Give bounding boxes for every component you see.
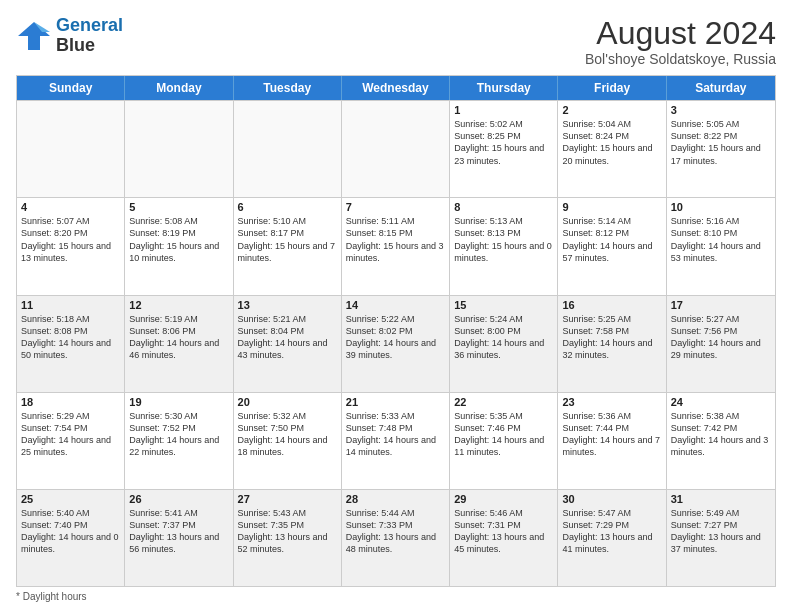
day-info: Sunrise: 5:07 AM Sunset: 8:20 PM Dayligh… bbox=[21, 215, 120, 264]
calendar-cell: 29Sunrise: 5:46 AM Sunset: 7:31 PM Dayli… bbox=[450, 490, 558, 586]
calendar-cell: 30Sunrise: 5:47 AM Sunset: 7:29 PM Dayli… bbox=[558, 490, 666, 586]
calendar-row-4: 18Sunrise: 5:29 AM Sunset: 7:54 PM Dayli… bbox=[17, 392, 775, 489]
day-info: Sunrise: 5:05 AM Sunset: 8:22 PM Dayligh… bbox=[671, 118, 771, 167]
day-info: Sunrise: 5:47 AM Sunset: 7:29 PM Dayligh… bbox=[562, 507, 661, 556]
day-info: Sunrise: 5:46 AM Sunset: 7:31 PM Dayligh… bbox=[454, 507, 553, 556]
logo-line1: General bbox=[56, 15, 123, 35]
day-number: 3 bbox=[671, 104, 771, 116]
day-number: 24 bbox=[671, 396, 771, 408]
header: General Blue August 2024 Bol'shoye Solda… bbox=[16, 16, 776, 67]
day-number: 11 bbox=[21, 299, 120, 311]
weekday-header-friday: Friday bbox=[558, 76, 666, 100]
calendar-cell: 19Sunrise: 5:30 AM Sunset: 7:52 PM Dayli… bbox=[125, 393, 233, 489]
day-info: Sunrise: 5:11 AM Sunset: 8:15 PM Dayligh… bbox=[346, 215, 445, 264]
day-info: Sunrise: 5:33 AM Sunset: 7:48 PM Dayligh… bbox=[346, 410, 445, 459]
day-info: Sunrise: 5:22 AM Sunset: 8:02 PM Dayligh… bbox=[346, 313, 445, 362]
day-info: Sunrise: 5:35 AM Sunset: 7:46 PM Dayligh… bbox=[454, 410, 553, 459]
calendar-cell: 6Sunrise: 5:10 AM Sunset: 8:17 PM Daylig… bbox=[234, 198, 342, 294]
calendar-row-3: 11Sunrise: 5:18 AM Sunset: 8:08 PM Dayli… bbox=[17, 295, 775, 392]
day-info: Sunrise: 5:36 AM Sunset: 7:44 PM Dayligh… bbox=[562, 410, 661, 459]
title-block: August 2024 Bol'shoye Soldatskoye, Russi… bbox=[585, 16, 776, 67]
logo-text: General Blue bbox=[56, 16, 123, 56]
day-number: 7 bbox=[346, 201, 445, 213]
calendar-cell: 26Sunrise: 5:41 AM Sunset: 7:37 PM Dayli… bbox=[125, 490, 233, 586]
day-number: 18 bbox=[21, 396, 120, 408]
calendar-cell: 10Sunrise: 5:16 AM Sunset: 8:10 PM Dayli… bbox=[667, 198, 775, 294]
weekday-header-monday: Monday bbox=[125, 76, 233, 100]
day-number: 20 bbox=[238, 396, 337, 408]
calendar-cell: 5Sunrise: 5:08 AM Sunset: 8:19 PM Daylig… bbox=[125, 198, 233, 294]
calendar-cell: 27Sunrise: 5:43 AM Sunset: 7:35 PM Dayli… bbox=[234, 490, 342, 586]
calendar-row-1: 1Sunrise: 5:02 AM Sunset: 8:25 PM Daylig… bbox=[17, 100, 775, 197]
day-number: 10 bbox=[671, 201, 771, 213]
calendar-cell bbox=[342, 101, 450, 197]
day-number: 29 bbox=[454, 493, 553, 505]
footer-text: Daylight hours bbox=[23, 591, 87, 602]
calendar-cell: 2Sunrise: 5:04 AM Sunset: 8:24 PM Daylig… bbox=[558, 101, 666, 197]
main-title: August 2024 bbox=[585, 16, 776, 51]
day-info: Sunrise: 5:14 AM Sunset: 8:12 PM Dayligh… bbox=[562, 215, 661, 264]
day-number: 27 bbox=[238, 493, 337, 505]
day-number: 19 bbox=[129, 396, 228, 408]
weekday-header-thursday: Thursday bbox=[450, 76, 558, 100]
calendar-cell: 25Sunrise: 5:40 AM Sunset: 7:40 PM Dayli… bbox=[17, 490, 125, 586]
day-info: Sunrise: 5:02 AM Sunset: 8:25 PM Dayligh… bbox=[454, 118, 553, 167]
calendar-cell: 12Sunrise: 5:19 AM Sunset: 8:06 PM Dayli… bbox=[125, 296, 233, 392]
sub-title: Bol'shoye Soldatskoye, Russia bbox=[585, 51, 776, 67]
day-number: 25 bbox=[21, 493, 120, 505]
day-info: Sunrise: 5:25 AM Sunset: 7:58 PM Dayligh… bbox=[562, 313, 661, 362]
calendar-cell bbox=[234, 101, 342, 197]
day-number: 8 bbox=[454, 201, 553, 213]
day-number: 15 bbox=[454, 299, 553, 311]
calendar-cell: 3Sunrise: 5:05 AM Sunset: 8:22 PM Daylig… bbox=[667, 101, 775, 197]
day-info: Sunrise: 5:24 AM Sunset: 8:00 PM Dayligh… bbox=[454, 313, 553, 362]
calendar-cell: 20Sunrise: 5:32 AM Sunset: 7:50 PM Dayli… bbox=[234, 393, 342, 489]
day-number: 5 bbox=[129, 201, 228, 213]
weekday-header-wednesday: Wednesday bbox=[342, 76, 450, 100]
footer-note: * Daylight hours bbox=[16, 591, 776, 602]
calendar: SundayMondayTuesdayWednesdayThursdayFrid… bbox=[16, 75, 776, 587]
calendar-cell: 15Sunrise: 5:24 AM Sunset: 8:00 PM Dayli… bbox=[450, 296, 558, 392]
page: General Blue August 2024 Bol'shoye Solda… bbox=[0, 0, 792, 612]
calendar-cell: 28Sunrise: 5:44 AM Sunset: 7:33 PM Dayli… bbox=[342, 490, 450, 586]
day-number: 9 bbox=[562, 201, 661, 213]
calendar-cell: 16Sunrise: 5:25 AM Sunset: 7:58 PM Dayli… bbox=[558, 296, 666, 392]
day-number: 28 bbox=[346, 493, 445, 505]
day-info: Sunrise: 5:43 AM Sunset: 7:35 PM Dayligh… bbox=[238, 507, 337, 556]
calendar-row-5: 25Sunrise: 5:40 AM Sunset: 7:40 PM Dayli… bbox=[17, 489, 775, 586]
calendar-cell: 4Sunrise: 5:07 AM Sunset: 8:20 PM Daylig… bbox=[17, 198, 125, 294]
day-info: Sunrise: 5:18 AM Sunset: 8:08 PM Dayligh… bbox=[21, 313, 120, 362]
day-number: 6 bbox=[238, 201, 337, 213]
day-info: Sunrise: 5:40 AM Sunset: 7:40 PM Dayligh… bbox=[21, 507, 120, 556]
calendar-cell: 31Sunrise: 5:49 AM Sunset: 7:27 PM Dayli… bbox=[667, 490, 775, 586]
calendar-cell: 22Sunrise: 5:35 AM Sunset: 7:46 PM Dayli… bbox=[450, 393, 558, 489]
calendar-cell: 1Sunrise: 5:02 AM Sunset: 8:25 PM Daylig… bbox=[450, 101, 558, 197]
day-info: Sunrise: 5:49 AM Sunset: 7:27 PM Dayligh… bbox=[671, 507, 771, 556]
calendar-cell: 13Sunrise: 5:21 AM Sunset: 8:04 PM Dayli… bbox=[234, 296, 342, 392]
day-info: Sunrise: 5:30 AM Sunset: 7:52 PM Dayligh… bbox=[129, 410, 228, 459]
day-number: 2 bbox=[562, 104, 661, 116]
calendar-cell: 11Sunrise: 5:18 AM Sunset: 8:08 PM Dayli… bbox=[17, 296, 125, 392]
day-info: Sunrise: 5:10 AM Sunset: 8:17 PM Dayligh… bbox=[238, 215, 337, 264]
day-number: 14 bbox=[346, 299, 445, 311]
day-number: 21 bbox=[346, 396, 445, 408]
day-info: Sunrise: 5:38 AM Sunset: 7:42 PM Dayligh… bbox=[671, 410, 771, 459]
weekday-header-sunday: Sunday bbox=[17, 76, 125, 100]
day-info: Sunrise: 5:19 AM Sunset: 8:06 PM Dayligh… bbox=[129, 313, 228, 362]
day-number: 26 bbox=[129, 493, 228, 505]
calendar-cell: 7Sunrise: 5:11 AM Sunset: 8:15 PM Daylig… bbox=[342, 198, 450, 294]
day-info: Sunrise: 5:32 AM Sunset: 7:50 PM Dayligh… bbox=[238, 410, 337, 459]
logo: General Blue bbox=[16, 16, 123, 56]
calendar-row-2: 4Sunrise: 5:07 AM Sunset: 8:20 PM Daylig… bbox=[17, 197, 775, 294]
day-number: 30 bbox=[562, 493, 661, 505]
calendar-cell: 8Sunrise: 5:13 AM Sunset: 8:13 PM Daylig… bbox=[450, 198, 558, 294]
day-info: Sunrise: 5:29 AM Sunset: 7:54 PM Dayligh… bbox=[21, 410, 120, 459]
calendar-body: 1Sunrise: 5:02 AM Sunset: 8:25 PM Daylig… bbox=[17, 100, 775, 586]
calendar-cell: 14Sunrise: 5:22 AM Sunset: 8:02 PM Dayli… bbox=[342, 296, 450, 392]
logo-bird-icon bbox=[16, 18, 52, 54]
calendar-cell: 23Sunrise: 5:36 AM Sunset: 7:44 PM Dayli… bbox=[558, 393, 666, 489]
day-number: 16 bbox=[562, 299, 661, 311]
calendar-header: SundayMondayTuesdayWednesdayThursdayFrid… bbox=[17, 76, 775, 100]
calendar-cell bbox=[17, 101, 125, 197]
calendar-cell: 21Sunrise: 5:33 AM Sunset: 7:48 PM Dayli… bbox=[342, 393, 450, 489]
